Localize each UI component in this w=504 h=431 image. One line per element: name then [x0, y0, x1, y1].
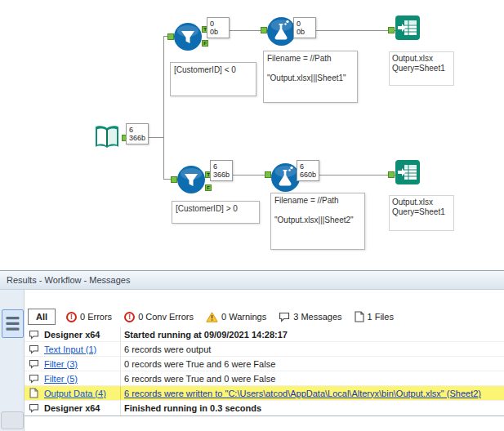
warnings-count-label: 0 Warnings	[221, 312, 266, 322]
result-tool-name: Designer x64	[42, 401, 121, 415]
messages-view-button[interactable]	[2, 309, 24, 338]
book-icon	[91, 122, 123, 153]
results-panel: Results - Workflow - Messages All !	[0, 270, 504, 431]
filter-5-annotation[interactable]: [CustomerID] > 0	[172, 201, 260, 224]
record-count-badge: 0 0b	[207, 17, 230, 38]
workflow-canvas[interactable]: 6 366b T F 0 0b [CustomerID] < 0	[0, 0, 504, 270]
record-size: 366b	[213, 171, 230, 179]
errors-count-label: 0 Errors	[80, 312, 112, 322]
results-panel-title: Results - Workflow - Messages	[0, 271, 504, 290]
record-count: 6	[213, 162, 230, 171]
formula-tool-top[interactable]	[266, 16, 297, 47]
false-output-anchor[interactable]: F	[205, 184, 212, 191]
record-count: 0	[210, 20, 226, 28]
result-tool-link[interactable]: Output Data (4)	[44, 389, 106, 398]
filter-3-annotation[interactable]: [CustomerID] < 0	[170, 62, 256, 96]
record-size: 0b	[210, 28, 226, 36]
conv-errors-filter[interactable]: ! 0 Conv Errors	[124, 312, 194, 322]
filter-all-button[interactable]: All	[28, 309, 56, 325]
file-icon	[355, 311, 364, 322]
results-left-strip	[0, 290, 25, 431]
messages-filter[interactable]: 3 Messages	[279, 312, 341, 322]
filter-3-tool[interactable]: T F	[173, 22, 203, 51]
output-file-link[interactable]: 6 records were written to "C:\Users\atco…	[124, 389, 481, 398]
error-icon: !	[66, 312, 77, 322]
filter-5-tool[interactable]: T F	[176, 165, 206, 194]
message-bubble-icon	[25, 357, 42, 371]
result-message: Started running at 09/09/2021 14:28:17	[121, 330, 504, 340]
errors-filter[interactable]: ! 0 Errors	[66, 312, 112, 322]
warning-icon	[206, 312, 218, 322]
conv-errors-count-label: 0 Conv Errors	[138, 312, 194, 322]
port-label-f: F	[207, 185, 210, 190]
text-input-tool[interactable]	[91, 122, 123, 153]
output-file-icon	[394, 158, 421, 186]
record-size: 660b	[300, 171, 316, 179]
record-size: 0b	[297, 28, 313, 36]
record-count-badge: 6 660b	[297, 160, 319, 181]
result-message: Finished running in 0.3 seconds	[121, 403, 504, 413]
output-data-tool-bottom[interactable]	[394, 158, 421, 186]
results-toolbar: All ! 0 Errors ! 0 Conv Errors	[25, 290, 504, 327]
result-tool-link[interactable]: Text Input (1)	[44, 344, 96, 354]
output-file-icon	[394, 14, 421, 42]
message-bubble-icon	[25, 371, 42, 385]
files-filter[interactable]: 1 Files	[355, 311, 394, 322]
input-anchor[interactable]	[261, 27, 267, 33]
record-count: 0	[297, 20, 313, 28]
result-row-designer-finish: Designer x64 Finished running in 0.3 sec…	[25, 401, 504, 415]
alteryx-designer-window: 6 366b T F 0 0b [CustomerID] < 0	[0, 0, 504, 431]
result-row-text-input: Text Input (1) 6 records were output	[25, 342, 504, 357]
message-bubble-icon	[25, 401, 42, 415]
result-tool-link[interactable]: Filter (3)	[44, 359, 78, 369]
results-message-list: Designer x64 Started running at 09/09/20…	[25, 327, 504, 416]
list-view-icon	[6, 316, 20, 331]
record-count: 6	[129, 126, 145, 134]
result-row-output-data-highlighted: Output Data (4) 6 records were written t…	[25, 386, 504, 401]
results-body: All ! 0 Errors ! 0 Conv Errors	[0, 290, 504, 431]
input-anchor[interactable]	[171, 176, 177, 183]
result-message: 6 records were output	[121, 344, 504, 354]
filter-icon	[176, 165, 206, 194]
input-anchor[interactable]	[388, 27, 395, 33]
result-message: 0 records were True and 6 were False	[121, 359, 504, 369]
record-count-badge: 6 366b	[126, 123, 149, 144]
result-tool-name: Designer x64	[42, 327, 121, 341]
input-anchor[interactable]	[167, 33, 174, 40]
message-bubble-icon	[25, 327, 42, 341]
input-anchor[interactable]	[388, 171, 395, 178]
filter-icon	[173, 22, 203, 51]
formula-bottom-annotation[interactable]: Filename = //Path "Output.xlsx|||Sheet2"	[270, 193, 365, 250]
output-data-tool-top[interactable]	[394, 14, 421, 42]
files-count-label: 1 Files	[368, 312, 394, 322]
false-output-anchor[interactable]: F	[202, 40, 208, 47]
output-bottom-annotation[interactable]: Output.xlsx Query=Sheet1	[389, 195, 454, 231]
record-size: 366b	[129, 134, 145, 142]
input-anchor[interactable]	[265, 171, 271, 178]
result-row-filter-3: Filter (3) 0 records were True and 6 wer…	[25, 357, 504, 371]
record-count: 6	[300, 162, 316, 171]
message-bubble-icon	[25, 342, 42, 356]
result-tool-link[interactable]: Filter (5)	[44, 374, 78, 384]
conv-error-icon: !	[124, 312, 135, 322]
record-count-badge: 0 0b	[293, 17, 316, 38]
warnings-filter[interactable]: 0 Warnings	[206, 312, 266, 322]
port-label-f: F	[203, 41, 207, 46]
strip-secondary-button[interactable]	[1, 411, 24, 429]
flask-icon	[266, 16, 297, 47]
message-bubble-icon	[279, 312, 290, 322]
result-message: 6 records were True and 0 were False	[121, 374, 504, 384]
result-row-designer-start: Designer x64 Started running at 09/09/20…	[25, 327, 504, 342]
file-icon	[25, 386, 42, 400]
formula-top-annotation[interactable]: Filename = //Path "Output.xlsx|||Sheet1"	[263, 51, 358, 103]
result-row-filter-5: Filter (5) 6 records were True and 0 wer…	[25, 371, 504, 386]
output-top-annotation[interactable]: Output.xlsx Query=Sheet1	[389, 51, 454, 86]
connection-line	[163, 36, 164, 180]
record-count-badge: 6 366b	[210, 160, 233, 181]
messages-count-label: 3 Messages	[293, 312, 341, 322]
